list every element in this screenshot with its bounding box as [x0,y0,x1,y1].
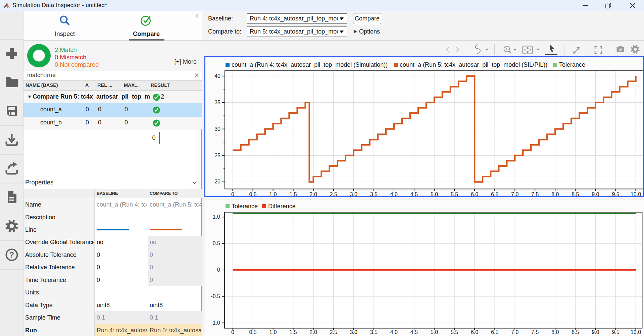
svg-text:8.0: 8.0 [551,329,559,335]
svg-text:35: 35 [214,100,220,105]
svg-text:0.5: 0.5 [249,191,256,197]
svg-text:0.5: 0.5 [249,329,256,335]
svg-text:1.0: 1.0 [213,214,220,220]
svg-text:0: 0 [217,267,220,273]
svg-text:2.0: 2.0 [310,329,317,335]
svg-text:25: 25 [214,153,220,158]
svg-text:1.0: 1.0 [269,329,277,335]
svg-text:2.5: 2.5 [330,329,337,335]
svg-text:5.0: 5.0 [431,191,438,197]
svg-text:3.0: 3.0 [350,191,357,197]
svg-text:8.5: 8.5 [572,329,579,335]
svg-text:-1.0: -1.0 [211,320,220,326]
svg-text:6.5: 6.5 [491,329,498,335]
svg-text:7.0: 7.0 [511,191,518,197]
svg-text:10.0: 10.0 [631,191,641,197]
svg-text:3.0: 3.0 [350,329,357,335]
svg-text:10.0: 10.0 [631,329,641,335]
svg-text:3.5: 3.5 [370,329,378,335]
svg-text:5.5: 5.5 [451,191,458,197]
svg-text:5.0: 5.0 [431,329,438,335]
svg-text:2.0: 2.0 [310,191,317,197]
svg-text:9.0: 9.0 [592,191,599,197]
svg-text:9.5: 9.5 [612,329,619,335]
svg-text:-0.5: -0.5 [211,293,220,299]
svg-text:4.5: 4.5 [410,329,418,335]
svg-text:40: 40 [214,73,220,79]
svg-text:0: 0 [231,191,234,197]
svg-text:1.0: 1.0 [269,191,277,197]
svg-text:9.0: 9.0 [592,329,599,335]
svg-text:4.0: 4.0 [390,329,398,335]
svg-text:8.5: 8.5 [572,191,579,197]
svg-text:7.5: 7.5 [531,329,539,335]
svg-text:5.5: 5.5 [451,329,458,335]
svg-text:3.5: 3.5 [370,191,378,197]
svg-text:6.0: 6.0 [471,191,478,197]
svg-text:1.5: 1.5 [289,329,297,335]
svg-text:1.5: 1.5 [289,191,297,197]
svg-text:6.0: 6.0 [471,329,478,335]
svg-text:9.5: 9.5 [612,191,619,197]
svg-text:4.0: 4.0 [390,191,398,197]
svg-text:8.0: 8.0 [551,191,559,197]
svg-text:30: 30 [214,126,220,132]
svg-text:6.5: 6.5 [491,191,498,197]
svg-text:4.5: 4.5 [410,191,418,197]
svg-text:0: 0 [231,329,234,335]
svg-text:7.0: 7.0 [511,329,518,335]
svg-text:0.5: 0.5 [213,240,220,246]
svg-text:7.5: 7.5 [531,191,539,197]
svg-text:?: ? [9,250,14,259]
svg-text:2.5: 2.5 [330,191,337,197]
svg-text:20: 20 [214,179,220,184]
